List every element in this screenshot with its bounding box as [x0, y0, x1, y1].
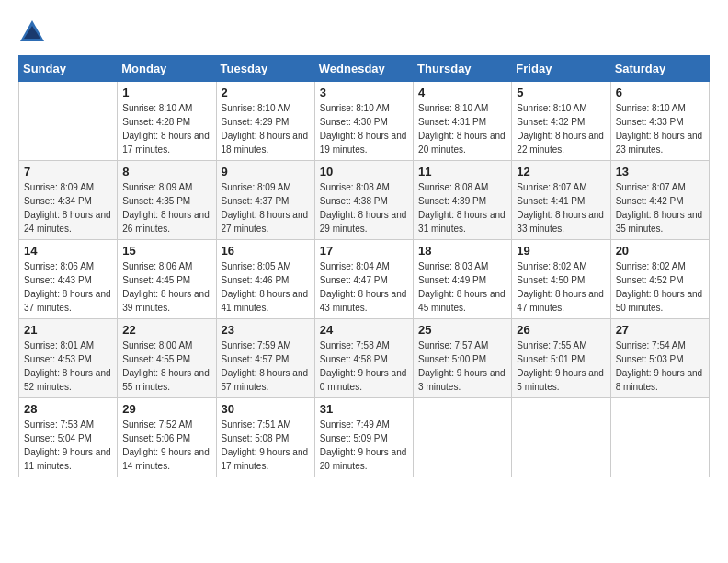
cell-info: Sunrise: 8:10 AMSunset: 4:28 PMDaylight:… — [122, 101, 210, 156]
day-number: 24 — [320, 323, 408, 337]
calendar-cell — [512, 398, 610, 477]
calendar-cell: 21 Sunrise: 8:01 AMSunset: 4:53 PMDaylig… — [19, 319, 118, 398]
cell-info: Sunrise: 8:02 AMSunset: 4:52 PMDaylight:… — [616, 259, 704, 315]
cell-info: Sunrise: 8:09 AMSunset: 4:34 PMDaylight:… — [24, 180, 112, 236]
cell-info: Sunrise: 8:10 AMSunset: 4:33 PMDaylight:… — [616, 101, 704, 156]
day-number: 10 — [320, 165, 408, 178]
day-number: 17 — [320, 244, 408, 258]
calendar-cell: 24 Sunrise: 7:58 AMSunset: 4:58 PMDaylig… — [314, 319, 413, 398]
calendar-cell: 14 Sunrise: 8:06 AMSunset: 4:43 PMDaylig… — [19, 240, 118, 319]
cell-info: Sunrise: 7:55 AMSunset: 5:01 PMDaylight:… — [517, 339, 605, 394]
cell-info: Sunrise: 8:02 AMSunset: 4:50 PMDaylight:… — [517, 259, 605, 315]
calendar-cell: 7 Sunrise: 8:09 AMSunset: 4:34 PMDayligh… — [19, 161, 118, 240]
calendar-cell: 13 Sunrise: 8:07 AMSunset: 4:42 PMDaylig… — [610, 161, 709, 240]
day-number: 18 — [418, 244, 506, 258]
calendar-week-3: 14 Sunrise: 8:06 AMSunset: 4:43 PMDaylig… — [19, 240, 710, 319]
calendar-cell: 1 Sunrise: 8:10 AMSunset: 4:28 PMDayligh… — [118, 82, 216, 161]
day-number: 22 — [122, 323, 210, 337]
cell-info: Sunrise: 8:10 AMSunset: 4:30 PMDaylight:… — [320, 101, 408, 156]
cell-info: Sunrise: 7:51 AMSunset: 5:08 PMDaylight:… — [222, 418, 310, 473]
day-number: 12 — [517, 165, 605, 178]
calendar-cell: 31 Sunrise: 7:49 AMSunset: 5:09 PMDaylig… — [314, 398, 413, 477]
day-number: 9 — [222, 165, 310, 178]
calendar-cell: 18 Sunrise: 8:03 AMSunset: 4:49 PMDaylig… — [414, 240, 512, 319]
cell-info: Sunrise: 8:05 AMSunset: 4:46 PMDaylight:… — [222, 259, 310, 315]
day-number: 1 — [122, 86, 210, 99]
calendar-cell: 26 Sunrise: 7:55 AMSunset: 5:01 PMDaylig… — [512, 319, 610, 398]
calendar-cell: 2 Sunrise: 8:10 AMSunset: 4:29 PMDayligh… — [216, 82, 314, 161]
day-number: 8 — [122, 165, 210, 178]
calendar-cell: 3 Sunrise: 8:10 AMSunset: 4:30 PMDayligh… — [314, 82, 413, 161]
cell-info: Sunrise: 8:00 AMSunset: 4:55 PMDaylight:… — [122, 339, 210, 394]
day-number: 21 — [24, 323, 112, 337]
day-number: 28 — [24, 402, 112, 416]
day-number: 7 — [24, 165, 112, 178]
cell-info: Sunrise: 8:09 AMSunset: 4:35 PMDaylight:… — [122, 180, 210, 236]
day-number: 15 — [122, 244, 210, 258]
cell-info: Sunrise: 7:53 AMSunset: 5:04 PMDaylight:… — [24, 418, 112, 473]
calendar-week-1: 1 Sunrise: 8:10 AMSunset: 4:28 PMDayligh… — [19, 82, 710, 161]
cell-info: Sunrise: 8:06 AMSunset: 4:45 PMDaylight:… — [122, 259, 210, 315]
calendar-table: SundayMondayTuesdayWednesdayThursdayFrid… — [18, 55, 710, 477]
calendar-weekday-saturday: Saturday — [610, 56, 709, 82]
cell-info: Sunrise: 8:03 AMSunset: 4:49 PMDaylight:… — [418, 259, 506, 315]
calendar-cell: 25 Sunrise: 7:57 AMSunset: 5:00 PMDaylig… — [414, 319, 512, 398]
calendar-weekday-wednesday: Wednesday — [314, 56, 413, 82]
calendar-weekday-monday: Monday — [118, 56, 216, 82]
calendar-cell: 27 Sunrise: 7:54 AMSunset: 5:03 PMDaylig… — [610, 319, 709, 398]
day-number: 20 — [616, 244, 704, 258]
calendar-week-5: 28 Sunrise: 7:53 AMSunset: 5:04 PMDaylig… — [19, 398, 710, 477]
logo — [18, 18, 50, 46]
cell-info: Sunrise: 8:10 AMSunset: 4:32 PMDaylight:… — [517, 101, 605, 156]
page-header — [18, 18, 710, 46]
day-number: 2 — [222, 86, 310, 99]
cell-info: Sunrise: 8:08 AMSunset: 4:39 PMDaylight:… — [418, 180, 506, 236]
calendar-cell — [610, 398, 709, 477]
calendar-cell: 17 Sunrise: 8:04 AMSunset: 4:47 PMDaylig… — [314, 240, 413, 319]
calendar-cell: 30 Sunrise: 7:51 AMSunset: 5:08 PMDaylig… — [216, 398, 314, 477]
calendar-week-2: 7 Sunrise: 8:09 AMSunset: 4:34 PMDayligh… — [19, 161, 710, 240]
calendar-cell: 4 Sunrise: 8:10 AMSunset: 4:31 PMDayligh… — [414, 82, 512, 161]
cell-info: Sunrise: 8:07 AMSunset: 4:41 PMDaylight:… — [517, 180, 605, 236]
cell-info: Sunrise: 8:01 AMSunset: 4:53 PMDaylight:… — [24, 339, 112, 394]
calendar-cell: 6 Sunrise: 8:10 AMSunset: 4:33 PMDayligh… — [610, 82, 709, 161]
calendar-cell: 8 Sunrise: 8:09 AMSunset: 4:35 PMDayligh… — [118, 161, 216, 240]
cell-info: Sunrise: 8:08 AMSunset: 4:38 PMDaylight:… — [320, 180, 408, 236]
calendar-cell: 11 Sunrise: 8:08 AMSunset: 4:39 PMDaylig… — [414, 161, 512, 240]
day-number: 5 — [517, 86, 605, 99]
day-number: 19 — [517, 244, 605, 258]
day-number: 11 — [418, 165, 506, 178]
cell-info: Sunrise: 8:07 AMSunset: 4:42 PMDaylight:… — [616, 180, 704, 236]
day-number: 31 — [320, 402, 408, 416]
calendar-cell: 15 Sunrise: 8:06 AMSunset: 4:45 PMDaylig… — [118, 240, 216, 319]
calendar-cell: 5 Sunrise: 8:10 AMSunset: 4:32 PMDayligh… — [512, 82, 610, 161]
calendar-cell: 12 Sunrise: 8:07 AMSunset: 4:41 PMDaylig… — [512, 161, 610, 240]
calendar-header-row: SundayMondayTuesdayWednesdayThursdayFrid… — [19, 56, 710, 82]
day-number: 3 — [320, 86, 408, 99]
day-number: 26 — [517, 323, 605, 337]
calendar-cell: 29 Sunrise: 7:52 AMSunset: 5:06 PMDaylig… — [118, 398, 216, 477]
day-number: 4 — [418, 86, 506, 99]
calendar-cell: 20 Sunrise: 8:02 AMSunset: 4:52 PMDaylig… — [610, 240, 709, 319]
cell-info: Sunrise: 7:49 AMSunset: 5:09 PMDaylight:… — [320, 418, 408, 473]
calendar-weekday-friday: Friday — [512, 56, 610, 82]
day-number: 25 — [418, 323, 506, 337]
day-number: 29 — [122, 402, 210, 416]
cell-info: Sunrise: 7:54 AMSunset: 5:03 PMDaylight:… — [616, 339, 704, 394]
day-number: 30 — [222, 402, 310, 416]
day-number: 14 — [24, 244, 112, 258]
calendar-week-4: 21 Sunrise: 8:01 AMSunset: 4:53 PMDaylig… — [19, 319, 710, 398]
cell-info: Sunrise: 8:09 AMSunset: 4:37 PMDaylight:… — [222, 180, 310, 236]
calendar-cell: 28 Sunrise: 7:53 AMSunset: 5:04 PMDaylig… — [19, 398, 118, 477]
cell-info: Sunrise: 7:59 AMSunset: 4:57 PMDaylight:… — [222, 339, 310, 394]
cell-info: Sunrise: 7:52 AMSunset: 5:06 PMDaylight:… — [122, 418, 210, 473]
day-number: 23 — [222, 323, 310, 337]
cell-info: Sunrise: 8:06 AMSunset: 4:43 PMDaylight:… — [24, 259, 112, 315]
day-number: 13 — [616, 165, 704, 178]
calendar-weekday-tuesday: Tuesday — [216, 56, 314, 82]
cell-info: Sunrise: 8:04 AMSunset: 4:47 PMDaylight:… — [320, 259, 408, 315]
day-number: 27 — [616, 323, 704, 337]
cell-info: Sunrise: 7:57 AMSunset: 5:00 PMDaylight:… — [418, 339, 506, 394]
calendar-cell — [414, 398, 512, 477]
calendar-weekday-sunday: Sunday — [19, 56, 118, 82]
